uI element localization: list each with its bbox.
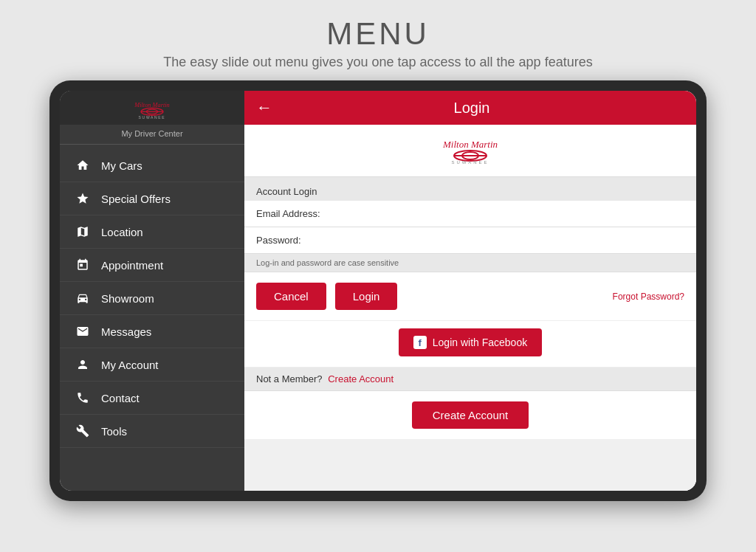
brand-banner: Milton Martin SUWANEE	[244, 125, 696, 177]
sidebar-item-special-offers-label: Special Offers	[101, 193, 171, 205]
svg-text:SUWANEE: SUWANEE	[451, 160, 489, 165]
sidebar-item-special-offers[interactable]: Special Offers	[60, 182, 244, 215]
sidebar-item-my-account[interactable]: My Account	[60, 348, 244, 382]
sidebar-item-my-cars-label: My Cars	[101, 159, 142, 172]
create-account-button[interactable]: Create Account	[412, 401, 529, 429]
sidebar-item-my-cars[interactable]: My Cars	[60, 149, 244, 182]
facebook-login-button[interactable]: f Login with Facebook	[399, 328, 542, 356]
forgot-password-link[interactable]: Forgot Password?	[613, 291, 684, 302]
sidebar-nav: My Cars Special Offers Location	[60, 145, 244, 491]
svg-text:SUWANEE: SUWANEE	[139, 115, 166, 120]
page-header: MENU The easy slide out menu gives you o…	[0, 0, 756, 80]
car-icon	[73, 290, 92, 306]
password-field-row: Password:	[244, 227, 696, 254]
sidebar-item-showroom[interactable]: Showroom	[60, 282, 244, 315]
toyota-logo-svg: Milton Martin SUWANEE	[419, 136, 522, 165]
tablet-device: Milton Martin SUWANEE My Driver Center M…	[49, 80, 707, 501]
map-icon	[73, 224, 92, 240]
svg-text:Milton Martin: Milton Martin	[134, 102, 169, 108]
login-button-row: Cancel Login Forgot Password?	[244, 272, 696, 321]
password-label: Password:	[256, 235, 337, 246]
facebook-row: f Login with Facebook	[244, 321, 696, 368]
tablet-screen: Milton Martin SUWANEE My Driver Center M…	[60, 91, 696, 491]
sidebar-item-appointment-label: Appointment	[101, 259, 163, 272]
sidebar-item-messages-label: Messages	[101, 325, 151, 338]
sidebar-item-tools[interactable]: Tools	[60, 415, 244, 448]
sidebar-item-my-account-label: My Account	[101, 359, 159, 371]
sidebar-item-appointment[interactable]: Appointment	[60, 249, 244, 282]
not-member-text: Not a Member?	[256, 373, 323, 384]
account-login-section: Account Login	[244, 177, 696, 201]
email-input[interactable]	[337, 208, 684, 219]
login-body: Milton Martin SUWANEE Account Login Emai…	[244, 125, 696, 491]
sidebar-driver-center-label: My Driver Center	[60, 125, 244, 145]
person-icon	[73, 356, 92, 373]
house-icon	[73, 157, 92, 173]
tools-icon	[73, 423, 92, 439]
account-login-label: Account Login	[256, 186, 317, 197]
login-header-title: Login	[281, 100, 662, 117]
case-sensitive-note: Log-in and password are case sensitive	[244, 254, 696, 272]
phone-icon	[73, 390, 92, 406]
sidebar: Milton Martin SUWANEE My Driver Center M…	[60, 91, 244, 491]
facebook-button-label: Login with Facebook	[433, 337, 527, 348]
sidebar-item-showroom-label: Showroom	[101, 292, 154, 305]
main-content: ← Login Milton Martin SUWANEE	[244, 91, 696, 491]
star-icon	[73, 190, 92, 207]
create-account-row: Create Account	[244, 391, 696, 439]
sidebar-item-tools-label: Tools	[101, 425, 127, 438]
sidebar-item-contact-label: Contact	[101, 392, 140, 404]
brand-logo-main: Milton Martin SUWANEE	[419, 137, 522, 165]
email-field-row: Email Address:	[244, 201, 696, 227]
sidebar-item-contact[interactable]: Contact	[60, 382, 244, 415]
facebook-icon: f	[413, 336, 427, 349]
calendar-icon	[73, 257, 92, 273]
cancel-button[interactable]: Cancel	[256, 283, 326, 310]
email-label: Email Address:	[256, 208, 337, 219]
not-member-row: Not a Member? Create Account	[244, 368, 696, 391]
page-title: MENU	[15, 16, 741, 52]
envelope-icon	[73, 323, 92, 339]
brand-logo-sidebar: Milton Martin SUWANEE	[119, 98, 185, 120]
login-header: ← Login	[244, 91, 696, 125]
sidebar-logo-area: Milton Martin SUWANEE	[60, 91, 244, 125]
sidebar-item-location-label: Location	[101, 226, 143, 238]
svg-text:Milton Martin: Milton Martin	[442, 139, 498, 150]
sidebar-item-messages[interactable]: Messages	[60, 315, 244, 348]
create-account-link-text[interactable]: Create Account	[328, 373, 394, 384]
back-button[interactable]: ←	[256, 98, 272, 117]
page-subtitle: The easy slide out menu gives you one ta…	[15, 55, 741, 70]
password-input[interactable]	[337, 235, 684, 246]
login-button[interactable]: Login	[335, 283, 398, 310]
sidebar-item-location[interactable]: Location	[60, 215, 244, 249]
